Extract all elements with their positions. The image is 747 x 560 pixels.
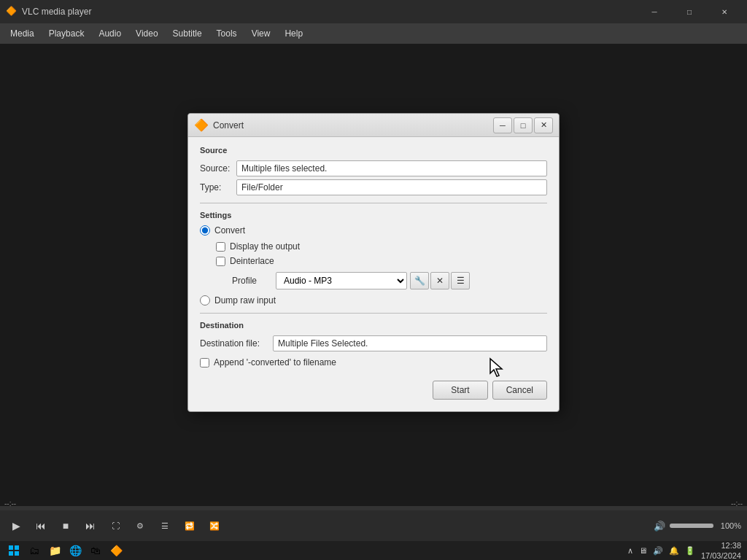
prev-button[interactable]: ⏮ [31, 516, 51, 536]
source-section-header: Source [200, 146, 547, 155]
convert-radio[interactable] [200, 225, 210, 236]
display-output-row: Display the output [216, 241, 547, 252]
dialog-icon: 🔶 [194, 118, 209, 132]
tray-battery-icon: 🔋 [685, 546, 695, 556]
dialog-title: Convert [213, 120, 493, 131]
profile-delete-button[interactable]: ✕ [430, 272, 449, 289]
play-button[interactable]: ▶ [6, 516, 26, 536]
svg-rect-3 [9, 551, 13, 556]
menu-subtitle[interactable]: Subtitle [166, 26, 209, 42]
convert-radio-row: Convert [200, 225, 547, 236]
title-bar: 🔶 VLC media player ─ □ ✕ [0, 0, 747, 23]
profile-row: Profile Audio - MP3 Video - H.264 + MP3 … [232, 272, 547, 289]
fullscreen-button[interactable]: ⛶ [105, 516, 125, 536]
menu-tools[interactable]: Tools [209, 26, 244, 42]
stop-button[interactable]: ■ [55, 516, 76, 536]
next-button[interactable]: ⏭ [80, 516, 101, 536]
dest-file-row: Destination file: [200, 335, 547, 351]
tray-monitor-icon: 🖥 [639, 546, 647, 555]
deinterlace-row: Deinterlace [216, 256, 547, 266]
source-input[interactable] [236, 160, 547, 176]
svg-rect-1 [9, 545, 13, 550]
menu-playback[interactable]: Playback [42, 26, 92, 42]
dialog-close-button[interactable]: ✕ [534, 117, 553, 133]
menu-media[interactable]: Media [3, 26, 42, 42]
append-checkbox[interactable] [200, 358, 209, 368]
convert-options: Display the output Deinterlace Profile A… [216, 241, 547, 289]
convert-dialog: 🔶 Convert ─ □ ✕ Source Source: Type: [187, 113, 560, 412]
app-title: VLC media player [22, 7, 638, 17]
divider-1 [200, 203, 547, 203]
type-label: Type: [200, 182, 236, 192]
source-label: Source: [200, 163, 236, 174]
menu-view[interactable]: View [244, 26, 278, 42]
dialog-minimize-button[interactable]: ─ [493, 117, 512, 133]
dialog-controls: ─ □ ✕ [493, 117, 553, 133]
dump-raw-label: Dump raw input [214, 295, 276, 306]
divider-2 [200, 313, 547, 314]
profile-select[interactable]: Audio - MP3 Video - H.264 + MP3 Audio - … [276, 272, 407, 289]
tray-chevron[interactable]: ∧ [627, 546, 633, 556]
append-label: Append '-converted' to filename [214, 357, 336, 368]
random-button[interactable]: 🔀 [204, 516, 225, 536]
destination-section-header: Destination [200, 321, 547, 330]
append-row: Append '-converted' to filename [200, 357, 547, 368]
dialog-maximize-button[interactable]: □ [514, 117, 533, 133]
destination-section: Destination Destination file: Append '-c… [200, 321, 547, 368]
taskbar: 🗂 📁 🌐 🛍 🔶 ∧ 🖥 🔊 🔔 🔋 12:38 17/03/2024 [0, 541, 747, 560]
tray-bell-icon[interactable]: 🔔 [669, 546, 679, 556]
start-menu-button[interactable] [6, 542, 22, 559]
display-output-label: Display the output [230, 241, 300, 252]
dialog-footer: Start Cancel [200, 372, 547, 400]
svg-rect-4 [15, 551, 19, 556]
type-input[interactable] [236, 179, 547, 195]
tray-sound-icon[interactable]: 🔊 [653, 546, 663, 556]
tray-clock[interactable]: 12:38 17/03/2024 [701, 540, 741, 560]
loop-button[interactable]: 🔁 [179, 516, 200, 536]
main-area: 🔶 Convert ─ □ ✕ Source Source: Type: [0, 44, 747, 481]
display-output-checkbox[interactable] [216, 242, 225, 252]
menu-audio[interactable]: Audio [91, 26, 128, 42]
profile-label: Profile [232, 276, 276, 286]
taskbar-edge-button[interactable]: 🌐 [67, 542, 83, 559]
deinterlace-checkbox[interactable] [216, 257, 225, 266]
taskbar-file-explorer-button[interactable]: 🗂 [26, 542, 42, 559]
svg-rect-2 [15, 545, 19, 550]
dest-file-label: Destination file: [200, 338, 273, 349]
minimize-button[interactable]: ─ [638, 0, 671, 23]
system-tray: ∧ 🖥 🔊 🔔 🔋 12:38 17/03/2024 [627, 540, 741, 560]
profile-buttons: 🔧 ✕ ☰ [410, 272, 470, 289]
volume-percentage: 100% [721, 521, 741, 530]
tray-time: 12:38 [701, 540, 741, 551]
taskbar-vlc-button[interactable]: 🔶 [108, 542, 124, 559]
source-row: Source: [200, 160, 547, 176]
controls-bar: ▶ ⏮ ■ ⏭ ⛶ ⚙ ☰ 🔁 🔀 🔊 100% [0, 510, 747, 541]
taskbar-store-button[interactable]: 🛍 [88, 542, 104, 559]
volume-icon: 🔊 [654, 521, 665, 532]
volume-fill [670, 524, 713, 528]
taskbar-folder-button[interactable]: 📁 [47, 542, 63, 559]
maximize-button[interactable]: □ [673, 0, 706, 23]
menu-bar: Media Playback Audio Video Subtitle Tool… [0, 23, 747, 44]
close-button[interactable]: ✕ [708, 0, 741, 23]
playlist-button[interactable]: ☰ [155, 516, 175, 536]
app-icon: 🔶 [6, 6, 18, 18]
start-button[interactable]: Start [433, 381, 487, 400]
window-controls: ─ □ ✕ [638, 0, 741, 23]
type-row: Type: [200, 179, 547, 195]
menu-help[interactable]: Help [277, 26, 310, 42]
volume-bar[interactable] [670, 524, 713, 528]
extended-settings-button[interactable]: ⚙ [130, 516, 150, 536]
settings-section-header: Settings [200, 211, 547, 219]
deinterlace-label: Deinterlace [230, 256, 274, 266]
cancel-button[interactable]: Cancel [492, 381, 547, 400]
profile-edit-button[interactable]: 🔧 [410, 272, 429, 289]
settings-section: Settings Convert Display the output Dein… [200, 211, 547, 306]
dialog-body: Source Source: Type: Settings Convert [188, 137, 559, 411]
tray-date: 17/03/2024 [701, 551, 741, 560]
profile-new-button[interactable]: ☰ [451, 272, 470, 289]
dump-raw-radio[interactable] [200, 295, 210, 306]
dest-file-input[interactable] [273, 335, 547, 351]
convert-label: Convert [214, 225, 245, 236]
menu-video[interactable]: Video [128, 26, 165, 42]
